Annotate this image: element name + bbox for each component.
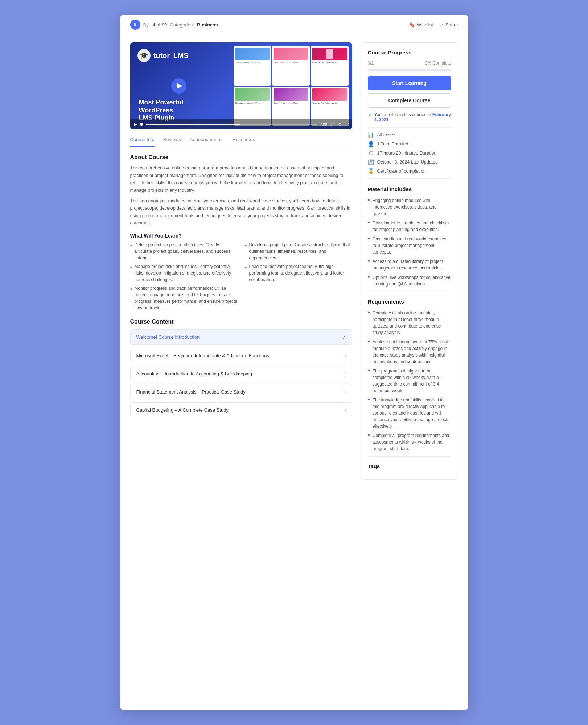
category-value[interactable]: Business — [197, 22, 218, 28]
progress-percent: 0% Complete — [425, 61, 451, 66]
complete-course-button[interactable]: Complete Course — [368, 93, 451, 108]
meta-certificate: 🏅 Certificate of completion — [368, 168, 451, 174]
fullscreen-icon[interactable]: ⛶ — [345, 122, 349, 127]
about-paragraph-2: Through engaging modules, interactive ex… — [130, 197, 352, 227]
enrolled-icon: 👤 — [368, 141, 374, 147]
req-text-2: The program is designed to be completed … — [373, 368, 451, 394]
thumb-controls: 🔊 ⚙ ⛶ — [330, 122, 349, 127]
req-text-1: Achieve a minimum score of 75% on all mo… — [373, 339, 451, 365]
accordion-capital-header[interactable]: Capital Budgeting – A Complete Case Stud… — [131, 403, 352, 417]
chevron-right-icon-capital: › — [344, 407, 346, 413]
video-controls-bar: ▶ 7:00 🔊 ⚙ ⛶ — [130, 119, 352, 129]
about-paragraph-1: This comprehensive online training progr… — [130, 164, 352, 194]
video-progress-bar[interactable] — [146, 124, 317, 125]
req-item-2: • The program is designed to be complete… — [368, 368, 451, 394]
avatar: S — [130, 20, 140, 30]
chevron-right-icon-financial: › — [344, 389, 346, 395]
enrolled-text: You enrolled in this course on — [374, 112, 431, 117]
accordion-excel-header[interactable]: Microsoft Excel – Beginner, Intermediate… — [131, 348, 352, 363]
bookmark-icon: 🔖 — [409, 22, 415, 28]
right-sidebar: Course Progress 0/1 0% Complete Start Le… — [361, 42, 458, 480]
progress-dot — [140, 123, 143, 126]
thumb-card-3: Creative Nonfiction: Write — [311, 46, 349, 86]
accordion-excel: Microsoft Excel – Beginner, Intermediate… — [130, 348, 352, 363]
accordion-intro: Welcome! Course Introduction ∧ — [130, 329, 352, 345]
accordion-financial: Financial Statement Analysis – Practical… — [130, 384, 352, 399]
req-bullet-4: • — [368, 432, 370, 438]
accordion-financial-header[interactable]: Financial Statement Analysis – Practical… — [131, 384, 352, 399]
meta-enrolled-text: 1 Total Enrolled — [377, 141, 408, 147]
start-learning-button[interactable]: Start Learning — [368, 76, 451, 90]
req-item-3: • The knowledge and skills acquired in t… — [368, 397, 451, 429]
tab-announcements[interactable]: Announcements — [190, 137, 224, 147]
bullet-icon-1: ● — [130, 264, 132, 283]
settings-icon[interactable]: ⚙ — [338, 122, 342, 127]
chevron-up-icon: ∧ — [342, 334, 346, 340]
certificate-icon: 🏅 — [368, 168, 374, 174]
author-name[interactable]: shah99 — [152, 22, 167, 28]
top-bar: S By shah99 Categories: Business 🔖 Wishl… — [120, 15, 468, 35]
req-bullet-1: • — [368, 339, 370, 345]
share-label: Share — [445, 22, 458, 28]
learn-text-3: Develop a project plan: Create a structu… — [249, 242, 352, 261]
meta-duration-text: 17 hours 20 minutes Duration — [377, 151, 437, 156]
material-divider — [368, 178, 451, 179]
accordion-capital: Capital Budgeting – A Complete Case Stud… — [130, 402, 352, 417]
tags-divider — [368, 456, 451, 457]
accordion-excel-label: Microsoft Excel – Beginner, Intermediate… — [136, 353, 269, 358]
meta-duration: ⏱ 17 hours 20 minutes Duration — [368, 150, 451, 156]
share-icon: ↗ — [440, 22, 444, 28]
material-text-4: Optional live workshops for collaborativ… — [373, 274, 451, 287]
learn-item-3: ● Develop a project plan: Create a struc… — [245, 242, 352, 261]
about-course-title: About Course — [130, 154, 352, 161]
categories-label: Categories: — [170, 22, 194, 28]
top-bar-right: 🔖 Wishlist ↗ Share — [409, 22, 458, 28]
play-button[interactable] — [171, 78, 186, 94]
thumb-card-1: Creative Nonfiction: Write — [234, 46, 271, 86]
bullet-icon-2: ● — [130, 286, 132, 311]
learn-item-2: ● Monitor progress and track performance… — [130, 285, 238, 311]
material-item-0: • Engaging online modules with interacti… — [368, 197, 451, 217]
meta-certificate-text: Certificate of completion — [377, 169, 426, 174]
play-icon-sm[interactable]: ▶ — [134, 122, 137, 127]
accordion-accounting: Accounting – Introduction to Accounting … — [130, 366, 352, 381]
accordion-intro-label: Welcome! Course Introduction — [136, 334, 200, 340]
learn-item-4: ● Lead and motivate project teams: Build… — [245, 263, 352, 283]
mat-bullet-1: • — [368, 220, 370, 226]
req-bullet-0: • — [368, 310, 370, 316]
material-item-2: • Case studies and real-world examples t… — [368, 236, 451, 255]
accordion-accounting-label: Accounting – Introduction to Accounting … — [136, 371, 252, 376]
thumb-logo: 🎓 tutor LMS — [137, 49, 189, 62]
volume-icon[interactable]: 🔊 — [330, 122, 335, 127]
share-button[interactable]: ↗ Share — [440, 22, 458, 28]
sidebar-card: Course Progress 0/1 0% Complete Start Le… — [361, 42, 458, 480]
tags-section: Tags — [368, 463, 451, 469]
accordion-intro-header[interactable]: Welcome! Course Introduction ∧ — [131, 330, 352, 345]
logo-lms: LMS — [173, 52, 189, 59]
tab-course-info[interactable]: Course Info — [130, 137, 155, 147]
req-divider — [368, 292, 451, 292]
course-thumbnail: 🎓 tutor LMS Creative Nonfiction: Write — [130, 42, 352, 129]
tab-reviews[interactable]: Reviews — [163, 137, 181, 147]
tab-resources[interactable]: Resources — [233, 137, 255, 147]
requirements-list: • Complete all six online modules, parti… — [368, 310, 451, 452]
by-label: By — [143, 22, 149, 28]
bullet-icon-0: ● — [130, 243, 132, 261]
learn-grid: ● Define project scope and objectives: C… — [130, 242, 352, 311]
accordion-accounting-header[interactable]: Accounting – Introduction to Accounting … — [131, 366, 352, 381]
material-text-3: Access to a curated library of project m… — [373, 258, 451, 271]
wishlist-button[interactable]: 🔖 Wishlist — [409, 22, 433, 28]
requirements-section: Requirements • Complete all six online m… — [368, 298, 451, 452]
req-item-4: • Complete all program requirements and … — [368, 432, 451, 452]
wishlist-label: Wishlist — [417, 22, 433, 28]
course-tabs: Course Info Reviews Announcements Resour… — [130, 137, 352, 147]
tags-title: Tags — [368, 463, 451, 469]
thumb-grid: Creative Nonfiction: Write Creative Nonf… — [230, 42, 352, 129]
progress-row: 0/1 0% Complete — [368, 61, 451, 66]
learn-item-0: ● Define project scope and objectives: C… — [130, 242, 238, 261]
play-icon — [177, 83, 182, 89]
sidebar-progress-title: Course Progress — [368, 49, 451, 55]
material-title: Material Includes — [368, 186, 451, 192]
learn-item-1: ● Manage project risks and issues: Ident… — [130, 263, 238, 283]
meta-divider — [368, 127, 451, 128]
